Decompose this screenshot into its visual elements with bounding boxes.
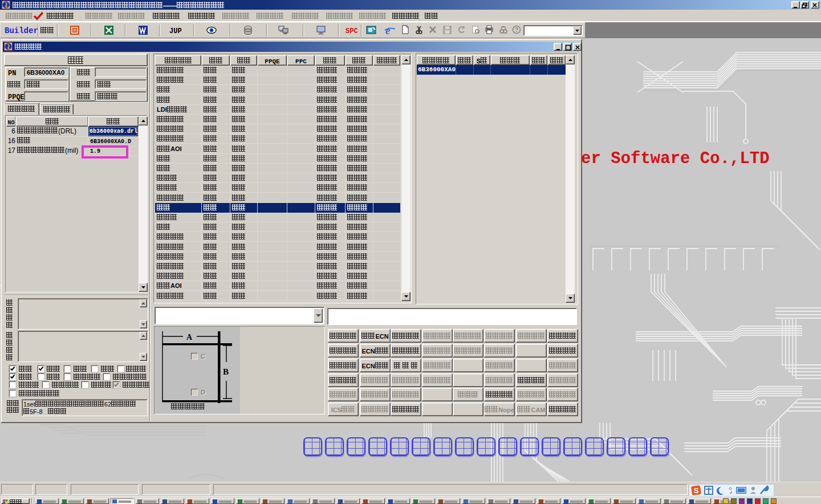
svg-text:S: S — [694, 486, 699, 495]
svg-text:?: ? — [515, 27, 518, 33]
svg-text:B: B — [223, 367, 229, 376]
svg-text:A: A — [186, 333, 193, 342]
